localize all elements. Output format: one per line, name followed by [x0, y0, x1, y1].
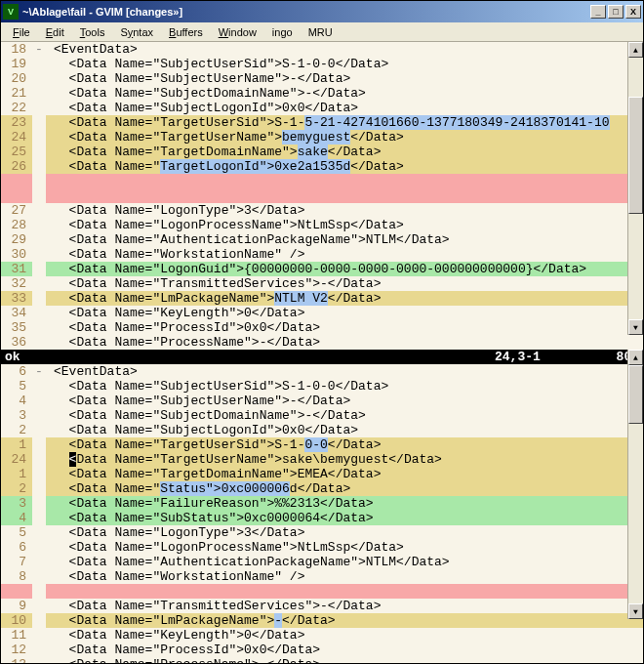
fold-column[interactable]	[32, 628, 46, 643]
code-text[interactable]: <Data Name="SubjectLogonId">0x0</Data>	[46, 101, 643, 115]
fold-column[interactable]	[32, 394, 46, 408]
code-line[interactable]: 24 <Data Name="TargetUserName">bemyguest…	[1, 130, 643, 145]
fold-column[interactable]	[32, 203, 46, 218]
fold-column[interactable]	[32, 232, 46, 247]
code-line[interactable]: 4 <Data Name="SubStatus">0xc0000064</Dat…	[1, 511, 643, 525]
menu-window[interactable]: Window	[211, 24, 264, 40]
top-scrollbar[interactable]: ▲ ▼	[627, 42, 643, 335]
code-text[interactable]: <Data Name="SubjectUserName">-</Data>	[46, 71, 643, 86]
code-text[interactable]: <Data Name="LogonProcessName">NtLmSsp</D…	[46, 218, 643, 232]
code-text[interactable]: <Data Name="LogonGuid">{00000000-0000-00…	[46, 262, 643, 276]
code-line[interactable]: 2 <Data Name="Status">0xc000006d</Data>	[1, 481, 643, 496]
top-pane[interactable]: 18-<EventData>19 <Data Name="SubjectUser…	[1, 42, 643, 350]
code-line[interactable]: 29 <Data Name="AuthenticationPackageName…	[1, 232, 643, 247]
code-text[interactable]: <EventData>	[46, 364, 643, 379]
fold-column[interactable]	[32, 481, 46, 496]
code-line[interactable]: 12 <Data Name="ProcessId">0x0</Data>	[1, 643, 643, 657]
code-line[interactable]: 33 <Data Name="LmPackageName">NTLM V2</D…	[1, 291, 643, 306]
fold-column[interactable]	[32, 115, 46, 130]
code-line[interactable]	[1, 188, 643, 203]
code-text[interactable]: <Data Name="LmPackageName">-</Data>	[46, 613, 643, 628]
scroll-down-icon[interactable]: ▼	[628, 319, 643, 335]
fold-column[interactable]	[32, 540, 46, 555]
code-line[interactable]: 6-<EventData>	[1, 364, 643, 379]
fold-column[interactable]	[32, 496, 46, 511]
code-line[interactable]: 24 <Data Name="TargetUserName">sake\bemy…	[1, 452, 643, 467]
code-line[interactable]	[1, 584, 643, 599]
menu-buffers[interactable]: Buffers	[161, 24, 211, 40]
scroll-thumb[interactable]	[628, 97, 643, 214]
fold-column[interactable]	[32, 555, 46, 569]
menu-mru[interactable]: MRU	[301, 24, 341, 40]
fold-column[interactable]	[32, 291, 46, 306]
menu-ingo[interactable]: ingo	[264, 24, 301, 40]
code-text[interactable]: <Data Name="AuthenticationPackageName">N…	[46, 555, 643, 569]
code-text[interactable]: <Data Name="TransmittedServices">-</Data…	[46, 599, 643, 613]
code-line[interactable]: 32 <Data Name="TransmittedServices">-</D…	[1, 276, 643, 291]
code-text[interactable]	[46, 188, 643, 203]
scroll-up-icon[interactable]: ▲	[628, 42, 643, 58]
code-line[interactable]: 25 <Data Name="TargetDomainName">sake</D…	[1, 145, 643, 159]
code-text[interactable]: <Data Name="WorkstationName" />	[46, 247, 643, 262]
bottom-scrollbar[interactable]: ▲ ▼	[627, 350, 643, 619]
code-text[interactable]: <Data Name="SubjectDomainName">-</Data>	[46, 408, 643, 423]
fold-column[interactable]	[32, 525, 46, 540]
fold-column[interactable]	[32, 306, 46, 320]
code-text[interactable]: <Data Name="ProcessId">0x0</Data>	[46, 320, 643, 335]
code-line[interactable]: 13 <Data Name="ProcessName">-</Data>	[1, 657, 643, 664]
code-text[interactable]: <Data Name="FailureReason">%%2313</Data>	[46, 496, 643, 511]
code-text[interactable]: <Data Name="SubjectUserSid">S-1-0-0</Dat…	[46, 57, 643, 71]
maximize-button[interactable]: □	[608, 5, 624, 19]
fold-column[interactable]	[32, 437, 46, 452]
fold-column[interactable]	[32, 145, 46, 159]
menu-edit[interactable]: Edit	[38, 24, 72, 40]
code-line[interactable]: 8 <Data Name="WorkstationName" />	[1, 569, 643, 584]
fold-column[interactable]	[32, 262, 46, 276]
fold-column[interactable]	[32, 320, 46, 335]
code-line[interactable]: 22 <Data Name="SubjectLogonId">0x0</Data…	[1, 101, 643, 115]
close-button[interactable]: X	[625, 5, 641, 19]
code-line[interactable]: 6 <Data Name="LogonProcessName">NtLmSsp<…	[1, 540, 643, 555]
fold-column[interactable]	[32, 188, 46, 203]
code-line[interactable]: 34 <Data Name="KeyLength">0</Data>	[1, 306, 643, 320]
code-line[interactable]: 5 <Data Name="SubjectUserSid">S-1-0-0</D…	[1, 379, 643, 394]
code-text[interactable]: <Data Name="LogonProcessName">NtLmSsp</D…	[46, 540, 643, 555]
code-line[interactable]: 21 <Data Name="SubjectDomainName">-</Dat…	[1, 86, 643, 101]
code-line[interactable]: 27 <Data Name="LogonType">3</Data>	[1, 203, 643, 218]
code-line[interactable]: 2 <Data Name="SubjectLogonId">0x0</Data>	[1, 423, 643, 437]
code-text[interactable]: <Data Name="TargetLogonId">0xe2a1535d</D…	[46, 159, 643, 174]
code-line[interactable]: 35 <Data Name="ProcessId">0x0</Data>	[1, 320, 643, 335]
code-line[interactable]: 7 <Data Name="AuthenticationPackageName"…	[1, 555, 643, 569]
code-line[interactable]: 28 <Data Name="LogonProcessName">NtLmSsp…	[1, 218, 643, 232]
code-text[interactable]: <Data Name="ProcessName">-</Data>	[46, 657, 643, 664]
fold-column[interactable]	[32, 130, 46, 145]
fold-column[interactable]	[32, 599, 46, 613]
menu-syntax[interactable]: Syntax	[112, 24, 161, 40]
scroll-down-icon[interactable]: ▼	[628, 603, 643, 619]
code-text[interactable]: <Data Name="LogonType">3</Data>	[46, 525, 643, 540]
code-text[interactable]: <Data Name="ProcessId">0x0</Data>	[46, 643, 643, 657]
fold-column[interactable]: -	[32, 364, 46, 379]
fold-column[interactable]	[32, 86, 46, 101]
fold-column[interactable]	[32, 57, 46, 71]
bottom-pane[interactable]: 6-<EventData>5 <Data Name="SubjectUserSi…	[1, 364, 643, 664]
code-text[interactable]	[46, 174, 643, 188]
code-text[interactable]: <Data Name="SubjectUserSid">S-1-0-0</Dat…	[46, 379, 643, 394]
code-text[interactable]: <Data Name="SubjectUserName">-</Data>	[46, 394, 643, 408]
code-line[interactable]: 1 <Data Name="TargetDomainName">EMEA</Da…	[1, 467, 643, 481]
code-line[interactable]: 1 <Data Name="TargetUserSid">S-1-0-0</Da…	[1, 437, 643, 452]
code-text[interactable]: <Data Name="TargetDomainName">sake</Data…	[46, 145, 643, 159]
code-text[interactable]: <EventData>	[46, 42, 643, 57]
fold-column[interactable]	[32, 643, 46, 657]
code-text[interactable]: <Data Name="TargetUserName">bemyguest</D…	[46, 130, 643, 145]
code-text[interactable]: <Data Name="SubjectDomainName">-</Data>	[46, 86, 643, 101]
code-line[interactable]: 3 <Data Name="FailureReason">%%2313</Dat…	[1, 496, 643, 511]
fold-column[interactable]	[32, 423, 46, 437]
fold-column[interactable]	[32, 569, 46, 584]
fold-column[interactable]	[32, 613, 46, 628]
fold-column[interactable]	[32, 467, 46, 481]
code-line[interactable]: 30 <Data Name="WorkstationName" />	[1, 247, 643, 262]
code-line[interactable]: 31 <Data Name="LogonGuid">{00000000-0000…	[1, 262, 643, 276]
fold-column[interactable]	[32, 657, 46, 664]
fold-column[interactable]	[32, 379, 46, 394]
